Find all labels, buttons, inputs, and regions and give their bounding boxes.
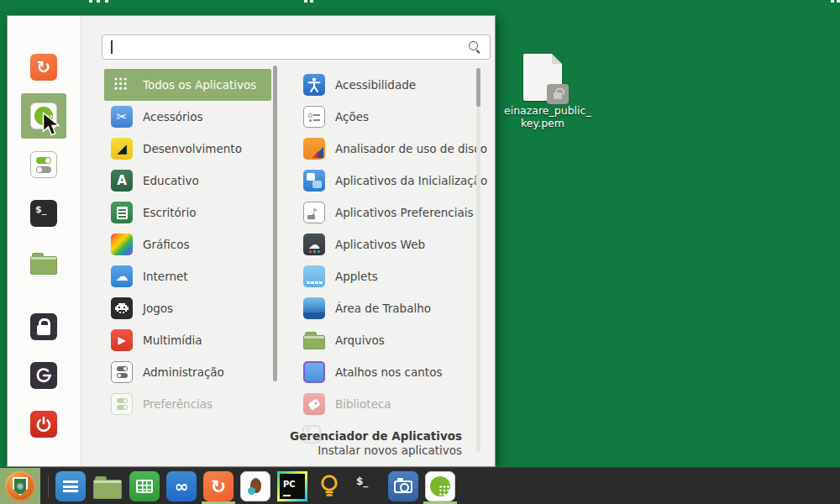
all-apps-grid-icon xyxy=(111,74,133,96)
logout-button[interactable] xyxy=(21,353,66,398)
category-office[interactable]: Escritório xyxy=(104,197,272,228)
favorite-files[interactable] xyxy=(21,239,66,285)
cinnamon-menu-window: ↻ $_ xyxy=(7,15,496,467)
folded-corner xyxy=(552,54,562,64)
firefox-icon: ↻ xyxy=(211,476,226,497)
app-label: Atalhos nos cantos xyxy=(335,365,442,379)
app-label: Área de Trabalho xyxy=(335,302,431,315)
favorite-firefox[interactable]: ↻ xyxy=(21,45,66,90)
play-icon: ▶ xyxy=(111,329,133,351)
app-startup-applications[interactable]: Aplicativos da Inicialização xyxy=(297,165,473,197)
category-administration[interactable]: Administração xyxy=(104,356,272,388)
startup-squares-icon xyxy=(303,170,325,192)
menu-button[interactable] xyxy=(0,468,40,504)
library-tag-icon xyxy=(303,393,325,415)
accessibility-icon xyxy=(303,74,325,96)
file-label: einazare_public_ key.pem xyxy=(504,104,581,129)
hot-corners-icon xyxy=(303,361,325,383)
launcher-dbeaver[interactable] xyxy=(240,471,270,501)
app-label: Ações xyxy=(335,110,369,123)
toggles-gray-icon xyxy=(111,361,133,383)
app-label: Acessibilidade xyxy=(335,78,416,92)
category-label: Desenvolvimento xyxy=(143,142,242,155)
panel-separator xyxy=(48,475,49,497)
app-files[interactable]: Arquivos xyxy=(297,324,473,356)
category-label: Internet xyxy=(143,270,188,283)
scissors-icon: ✂ xyxy=(111,106,133,128)
category-multimedia[interactable]: ▶ Multimídia xyxy=(104,324,272,356)
launcher-files[interactable] xyxy=(92,471,123,501)
app-library[interactable]: Biblioteca xyxy=(297,388,473,420)
app-desktop[interactable]: Área de Trabalho xyxy=(297,292,473,324)
logout-icon xyxy=(30,362,57,389)
vscode-icon: ∞ xyxy=(175,476,189,496)
favorite-terminal[interactable]: $_ xyxy=(21,191,66,236)
launcher-firefox[interactable]: ↻ xyxy=(203,471,234,501)
launcher-text-editor[interactable] xyxy=(55,471,86,501)
search-icon xyxy=(468,40,481,54)
app-info-subtitle: Instalar novos aplicativos xyxy=(290,444,462,458)
lock-icon xyxy=(30,313,57,340)
search-input[interactable] xyxy=(113,40,469,54)
pycharm-icon: PC xyxy=(283,480,296,489)
favorite-system-settings[interactable] xyxy=(21,142,66,187)
app-preferred-applications[interactable]: ♪ Aplicativos Preferenciais xyxy=(297,197,473,228)
toggles-green-icon xyxy=(111,393,133,415)
lightbulb-icon xyxy=(318,474,340,499)
categories-list: Todos os Aplicativos ✂ Acessórios ◢ Dese… xyxy=(104,69,272,420)
categories-scrollbar[interactable] xyxy=(273,66,277,381)
category-label: Escritório xyxy=(143,206,196,219)
category-all-applications[interactable]: Todos os Aplicativos xyxy=(104,69,271,101)
settings-toggles-icon xyxy=(30,151,57,178)
app-web-apps[interactable]: ☁ Aplicativos Web xyxy=(297,228,473,260)
web-apps-cloud-icon: ☁ xyxy=(303,234,325,255)
app-accessibility[interactable]: Acessibilidade xyxy=(297,69,473,101)
dbeaver-beaver-icon xyxy=(248,478,263,495)
category-label: Administração xyxy=(143,365,224,379)
clipped-label-fragment xyxy=(89,0,92,3)
desktop-file-pem-key[interactable]: einazare_public_ key.pem xyxy=(504,54,581,129)
letter-a-icon: A xyxy=(111,170,133,192)
launcher-terminal[interactable]: $_ xyxy=(351,471,381,501)
category-label: Todos os Aplicativos xyxy=(143,78,256,92)
app-label: Aplicativos Preferenciais xyxy=(335,206,474,219)
launcher-idea-bulb[interactable] xyxy=(314,471,344,501)
launcher-pycharm[interactable]: PC xyxy=(277,471,307,501)
launcher-software-manager[interactable] xyxy=(425,471,455,501)
app-applets[interactable]: Applets xyxy=(297,260,473,292)
category-education[interactable]: A Educativo xyxy=(104,165,272,197)
clipped-label-fragment xyxy=(304,0,307,3)
applications-scrollbar[interactable] xyxy=(476,68,480,107)
text-editor-icon xyxy=(63,480,78,492)
app-disk-usage-analyzer[interactable]: Analisador de uso de disco xyxy=(297,133,473,165)
app-actions[interactable]: Ações xyxy=(297,101,473,133)
category-preferences[interactable]: Preferências xyxy=(104,388,272,420)
bottom-panel: ∞ ↻ PC $_ xyxy=(0,467,840,504)
category-games[interactable]: Jogos xyxy=(104,292,272,324)
applications-scrollbar-track[interactable] xyxy=(476,68,480,453)
category-development[interactable]: ◢ Desenvolvimento xyxy=(104,133,272,165)
launcher-vscode[interactable]: ∞ xyxy=(166,471,197,501)
app-label: Arquivos xyxy=(335,333,385,347)
app-hot-corners[interactable]: Atalhos nos cantos xyxy=(297,356,473,388)
app-info-title: Gerenciador de Aplicativos xyxy=(290,429,462,444)
camera-icon xyxy=(394,480,412,493)
shutdown-button[interactable] xyxy=(21,402,66,447)
category-graphics[interactable]: Gráficos xyxy=(104,228,272,260)
search-box[interactable] xyxy=(102,34,491,60)
launcher-screenshot[interactable] xyxy=(388,471,418,501)
desktop-screen-icon xyxy=(303,297,325,319)
category-accessories[interactable]: ✂ Acessórios xyxy=(104,101,272,133)
bullet-list-icon xyxy=(303,106,325,128)
category-label: Jogos xyxy=(143,302,173,315)
category-internet[interactable]: ☁ Internet xyxy=(104,260,272,292)
software-manager-icon xyxy=(430,476,450,496)
category-label: Multimídia xyxy=(143,333,202,347)
clipped-label-fragment xyxy=(831,0,834,3)
lock-screen-button[interactable] xyxy=(21,304,66,349)
launcher-spreadsheet[interactable] xyxy=(129,471,160,501)
selected-app-info: Gerenciador de Aplicativos Instalar novo… xyxy=(290,429,462,458)
office-document-icon xyxy=(111,202,133,223)
file-label-line1: einazare_public_ xyxy=(504,104,581,117)
favorites-sidebar: ↻ $_ xyxy=(8,16,81,466)
